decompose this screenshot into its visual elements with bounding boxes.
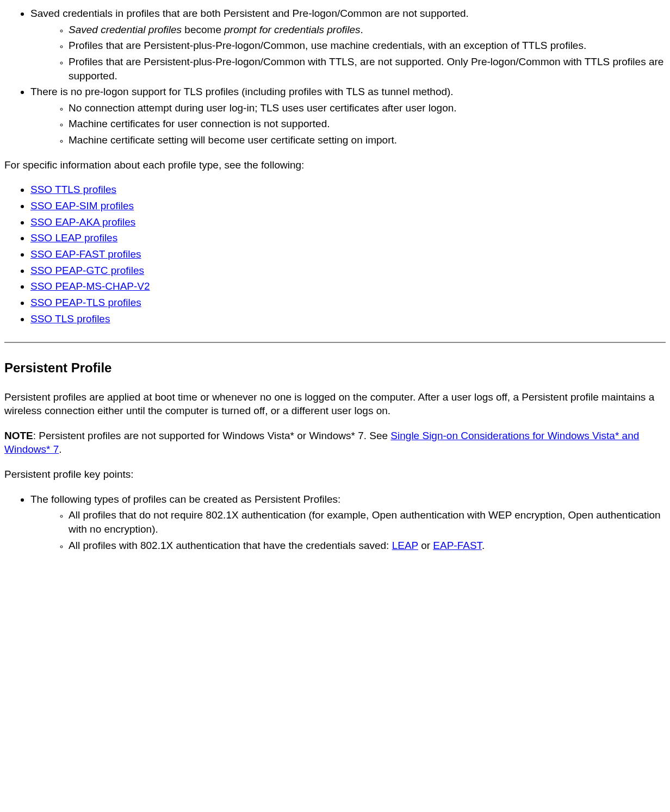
text: The following types of profiles can be c… <box>30 494 340 505</box>
list-item: Saved credentials in profiles that are b… <box>30 7 666 83</box>
profile-link[interactable]: SSO PEAP-MS-CHAP-V2 <box>30 280 150 292</box>
sub-list-item: Profiles that are Persistent-plus-Pre-lo… <box>69 39 666 53</box>
profile-link[interactable]: SSO PEAP-TLS profiles <box>30 297 141 308</box>
text: . <box>59 444 61 455</box>
italic-text: Saved credential profiles <box>69 24 182 35</box>
eap-fast-link[interactable]: EAP-FAST <box>433 540 482 551</box>
list-item: The following types of profiles can be c… <box>30 492 666 553</box>
list-item: SSO PEAP-GTC profiles <box>30 264 666 278</box>
text: : Persistent profiles are not supported … <box>33 430 391 441</box>
text: Saved credentials in profiles that are b… <box>30 8 469 19</box>
profile-link[interactable]: SSO EAP-SIM profiles <box>30 200 134 211</box>
sub-list-item: Saved credential profiles become prompt … <box>69 23 666 37</box>
list-item: SSO PEAP-TLS profiles <box>30 296 666 310</box>
link-list: SSO TTLS profiles SSO EAP-SIM profiles S… <box>4 183 666 326</box>
profile-link[interactable]: SSO LEAP profiles <box>30 232 117 243</box>
list-item: SSO EAP-AKA profiles <box>30 215 666 229</box>
list-item: SSO TTLS profiles <box>30 183 666 197</box>
list-item: There is no pre-logon support for TLS pr… <box>30 85 666 147</box>
text: All profiles with 802.1X authentication … <box>69 540 392 551</box>
list-item: SSO PEAP-MS-CHAP-V2 <box>30 279 666 293</box>
list-item: SSO EAP-SIM profiles <box>30 199 666 213</box>
text: No connection attempt during user log-in… <box>69 102 457 114</box>
paragraph: Persistent profile key points: <box>4 467 666 482</box>
text: Profiles that are Persistent-plus-Pre-lo… <box>69 40 586 51</box>
text: There is no pre-logon support for TLS pr… <box>30 86 454 97</box>
paragraph: For specific information about each prof… <box>4 158 666 172</box>
profile-link[interactable]: SSO TLS profiles <box>30 313 110 324</box>
section-heading: Persistent Profile <box>4 359 666 377</box>
sub-list-item: Machine certificate setting will become … <box>69 133 666 147</box>
sub-list-item: All profiles with 802.1X authentication … <box>69 539 666 553</box>
profile-link[interactable]: SSO EAP-FAST profiles <box>30 248 141 260</box>
italic-text: prompt for credentials profiles <box>224 24 360 35</box>
paragraph: Persistent profiles are applied at boot … <box>4 390 666 418</box>
text: Machine certificate setting will become … <box>69 134 397 146</box>
leap-link[interactable]: LEAP <box>392 540 418 551</box>
text: or <box>418 540 433 551</box>
profile-link[interactable]: SSO PEAP-GTC profiles <box>30 265 144 276</box>
note-paragraph: NOTE: Persistent profiles are not suppor… <box>4 429 666 457</box>
divider <box>4 342 666 343</box>
sub-list-item: Profiles that are Persistent-plus-Pre-lo… <box>69 55 666 83</box>
list-item: SSO LEAP profiles <box>30 231 666 245</box>
text: All profiles that do not require 802.1X … <box>69 509 661 535</box>
sub-list-item: No connection attempt during user log-in… <box>69 101 666 115</box>
sub-list-item: Machine certificates for user connection… <box>69 117 666 131</box>
list-item: SSO TLS profiles <box>30 312 666 326</box>
sub-list-item: All profiles that do not require 802.1X … <box>69 508 666 536</box>
text: . <box>361 24 363 35</box>
note-label: NOTE <box>4 430 33 441</box>
list-item: SSO EAP-FAST profiles <box>30 247 666 261</box>
profile-link[interactable]: SSO EAP-AKA profiles <box>30 216 135 228</box>
profile-link[interactable]: SSO TTLS profiles <box>30 184 116 195</box>
text: become <box>182 24 224 35</box>
text: Profiles that are Persistent-plus-Pre-lo… <box>69 56 663 82</box>
text: Machine certificates for user connection… <box>69 118 330 129</box>
text: . <box>482 540 485 551</box>
